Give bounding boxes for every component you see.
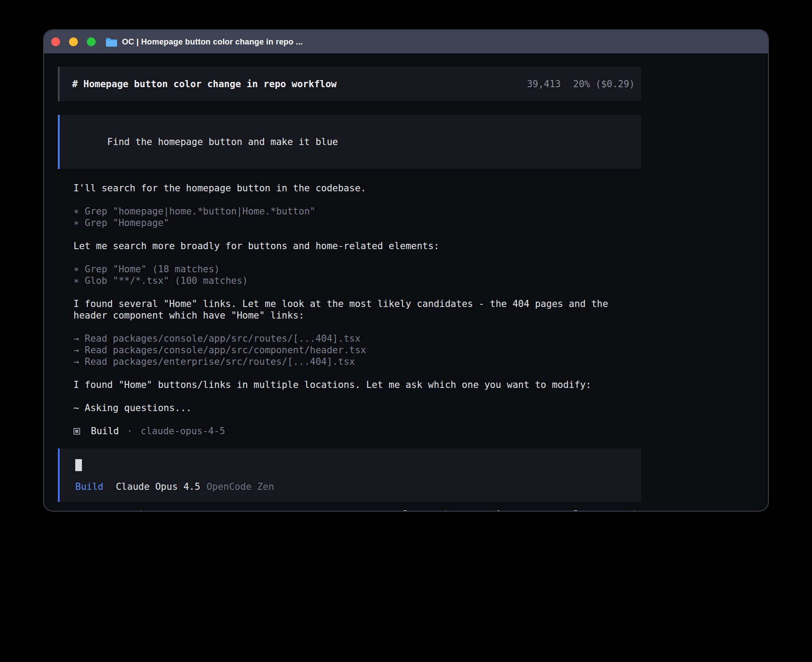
token-count: 39,413 (527, 79, 561, 89)
session-stats: 39,413 20% ($0.29) (527, 79, 635, 89)
shortcut-key: tab (486, 509, 503, 511)
statusbar-left: ········ esc interrupt (58, 509, 189, 511)
shortcut-label: variants (426, 509, 471, 511)
tool-asterisk-icon: ∗ (73, 206, 79, 217)
statusbar-right: ctrl+t variants tab agents ctrl+p comman… (386, 509, 641, 511)
tool-asterisk-icon: ∗ (73, 264, 79, 274)
input-meta: Build Claude Opus 4.5 OpenCode Zen (75, 481, 629, 492)
minimize-button[interactable] (69, 37, 78, 46)
tool-call-text: Read packages/enterprise/src/routes/[...… (85, 356, 355, 367)
prompt-input[interactable]: Build Claude Opus 4.5 OpenCode Zen (58, 448, 641, 502)
assistant-paragraph: I found "Home" buttons/links in multiple… (73, 379, 641, 391)
tool-call-grep: ∗ Grep "Homepage" (73, 217, 641, 229)
tool-call-text: Glob "**/*.tsx" (100 matches) (85, 275, 248, 286)
tool-call-text: Grep "homepage|home.*button|Home.*button… (85, 206, 315, 217)
user-message: Find the homepage button and make it blu… (58, 115, 641, 169)
tool-call-read: → Read packages/console/app/src/routes/[… (73, 333, 641, 344)
arrow-right-icon: → (73, 345, 79, 355)
window-title: OC | Homepage button color change in rep… (122, 37, 303, 47)
window-title-group: OC | Homepage button color change in rep… (106, 37, 303, 47)
titlebar[interactable]: OC | Homepage button color change in rep… (44, 30, 768, 53)
user-message-text: Find the homepage button and make it blu… (107, 137, 338, 147)
shortcut-agents: tab agents (486, 509, 542, 511)
esc-key: esc (116, 509, 133, 511)
shortcut-commands: ctrl+p commands (557, 509, 641, 511)
assistant-paragraph: I'll search for the homepage button in t… (73, 182, 641, 194)
tool-call-group: → Read packages/console/app/src/routes/[… (73, 333, 641, 367)
tool-call-text: Grep "Home" (18 matches) (85, 264, 219, 274)
status-bar: ········ esc interrupt ctrl+t variants t… (58, 509, 641, 511)
tool-call-text: Grep "Homepage" (85, 218, 169, 228)
shortcut-variants: ctrl+t variants (386, 509, 471, 511)
agent-model: claude-opus-4-5 (141, 425, 225, 437)
tool-call-grep: ∗ Grep "homepage|home.*button|Home.*butt… (73, 206, 641, 217)
arrow-right-icon: → (73, 333, 79, 344)
tool-call-read: → Read packages/enterprise/src/routes/[.… (73, 356, 641, 367)
tool-asterisk-icon: ∗ (73, 218, 79, 228)
agent-square-icon (73, 428, 80, 435)
assistant-paragraph: Let me search more broadly for buttons a… (73, 240, 641, 252)
tool-call-glob: ∗ Glob "**/*.tsx" (100 matches) (73, 275, 641, 287)
tool-call-text: Read packages/console/app/src/routes/[..… (85, 333, 361, 344)
esc-label: interrupt (138, 509, 189, 511)
tool-call-read: → Read packages/console/app/src/componen… (73, 344, 641, 356)
model-name: Claude Opus 4.5 (116, 481, 200, 492)
mode-badge: Build (75, 481, 103, 492)
shortcut-key: ctrl+p (557, 509, 591, 511)
tool-call-grep: ∗ Grep "Home" (18 matches) (73, 263, 641, 275)
context-percent: 20% (573, 79, 590, 89)
shortcut-key: ctrl+t (386, 509, 420, 511)
shortcut-label: agents (508, 509, 542, 511)
session-cost: ($0.29) (595, 79, 635, 89)
assistant-messages: I'll search for the homepage button in t… (58, 182, 641, 437)
terminal-window: OC | Homepage button color change in rep… (44, 30, 768, 511)
folder-icon (106, 37, 117, 47)
agent-name: Build (91, 425, 119, 437)
spinner-dots: ········ (58, 509, 104, 511)
tool-call-group: ∗ Grep "homepage|home.*button|Home.*butt… (73, 206, 641, 229)
shortcut-label: commands (596, 509, 641, 511)
assistant-paragraph: I found several "Home" links. Let me loo… (73, 298, 641, 321)
status-line: ~ Asking questions... (73, 402, 641, 414)
tool-call-text: Read packages/console/app/src/component/… (85, 345, 366, 355)
provider-name: OpenCode Zen (207, 481, 274, 492)
agent-status: Build · claude-opus-4-5 (73, 425, 641, 437)
text-cursor (75, 459, 82, 471)
session-header: # Homepage button color change in repo w… (58, 67, 641, 101)
tool-asterisk-icon: ∗ (73, 275, 79, 286)
zoom-button[interactable] (87, 37, 96, 46)
arrow-right-icon: → (73, 356, 79, 367)
separator-dot: · (127, 425, 133, 437)
terminal-content: # Homepage button color change in repo w… (44, 53, 768, 511)
close-button[interactable] (51, 37, 60, 46)
session-title: # Homepage button color change in repo w… (72, 79, 337, 89)
traffic-lights (51, 37, 96, 46)
tool-call-group: ∗ Grep "Home" (18 matches) ∗ Glob "**/*.… (73, 263, 641, 287)
